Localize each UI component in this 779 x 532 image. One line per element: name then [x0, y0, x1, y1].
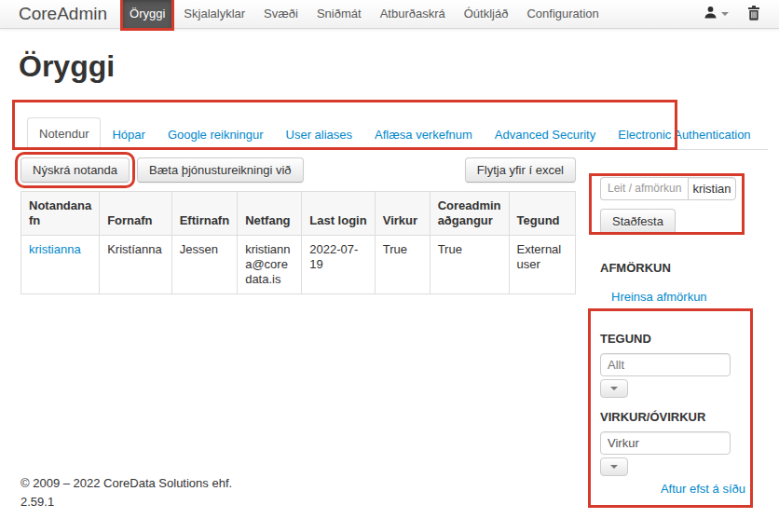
copyright-text: © 2009 – 2022 CoreData Solutions ehf.	[20, 474, 232, 493]
tab-hopar[interactable]: Hópar	[101, 119, 156, 150]
nav-item-oryggi[interactable]: Öryggi	[123, 0, 171, 28]
col-header-coreadmin-access: Coreadmin aðgangur	[430, 192, 509, 236]
users-table: Notandana fn Fornafn Eftirnafn Netfang L…	[20, 191, 576, 294]
top-navbar: CoreAdmin Öryggi Skjalalyklar Svæði Snið…	[0, 0, 779, 29]
tab-notendur[interactable]: Notendur	[27, 117, 101, 150]
col-header-lastname: Eftirnafn	[171, 192, 237, 236]
user-menu-button[interactable]	[704, 6, 729, 22]
cell-lastlogin: 2022-07-19	[302, 236, 375, 294]
table-row: kristianna Kristíanna Jessen kristianna@…	[21, 236, 576, 294]
active-dropdown-button[interactable]	[600, 457, 628, 476]
footer: © 2009 – 2022 CoreData Solutions ehf. 2.…	[20, 474, 232, 512]
navbar-menu: Öryggi Skjalalyklar Svæði Sniðmát Atburð…	[120, 0, 608, 28]
cell-type: External user	[509, 236, 575, 294]
col-header-email: Netfang	[238, 192, 302, 236]
chevron-down-icon	[721, 12, 729, 16]
active-select[interactable]: Virkur	[600, 431, 731, 455]
clear-filter-link[interactable]: Hreinsa afmörkun	[611, 290, 707, 304]
table-header-row: Notandana fn Fornafn Eftirnafn Netfang L…	[21, 192, 576, 236]
cell-lastname: Jessen	[171, 236, 237, 294]
new-user-button[interactable]: Nýskrá notanda	[20, 157, 130, 183]
search-group: Leit / afmörkun	[600, 177, 745, 200]
nav-item-outkljad[interactable]: Óútkljáð	[458, 0, 515, 28]
add-service-account-button[interactable]: Bæta þjónustureikningi við	[137, 157, 303, 183]
chevron-down-icon	[610, 465, 618, 469]
username-link[interactable]: kristianna	[29, 242, 81, 256]
coreadmin-screen: CoreAdmin Öryggi Skjalalyklar Svæði Snið…	[0, 0, 779, 532]
page-title: Öryggi	[19, 48, 115, 84]
nav-item-configuration[interactable]: Configuration	[520, 0, 605, 28]
trash-icon	[747, 6, 760, 23]
type-select[interactable]: Allt	[600, 353, 731, 376]
tab-user-aliases[interactable]: User aliases	[275, 119, 364, 150]
toolbar: Nýskrá notanda Bæta þjónustureikningi vi…	[20, 157, 576, 183]
section-tabs: Notendur Hópar Google reikningur User al…	[19, 117, 768, 150]
back-to-top-link[interactable]: Aftur efst á síðu	[600, 482, 745, 496]
nav-item-snidmat[interactable]: Sniðmát	[310, 0, 368, 28]
nav-item-atburdaskra[interactable]: Atburðaskrá	[374, 0, 452, 28]
user-icon	[704, 6, 718, 22]
filter-sidebar: Leit / afmörkun Staðfesta AFMÖRKUN Hrein…	[600, 177, 745, 496]
tab-electronic-authentication[interactable]: Electronic Authentication	[607, 119, 761, 150]
cell-active: True	[375, 236, 430, 294]
col-header-active: Virkur	[375, 192, 430, 236]
cell-coreadmin-access: True	[430, 236, 509, 294]
navbar-right-controls	[704, 0, 779, 28]
tab-advanced-security[interactable]: Advanced Security	[484, 119, 607, 150]
col-header-type: Tegund	[509, 192, 575, 236]
cell-firstname: Kristíanna	[100, 236, 172, 294]
brand-coreadmin[interactable]: CoreAdmin	[0, 0, 120, 28]
search-input[interactable]	[688, 177, 736, 200]
col-header-username: Notandana fn	[21, 192, 100, 236]
tab-aflaesa-verkefnum[interactable]: Aflæsa verkefnum	[363, 119, 484, 150]
trash-button[interactable]	[747, 6, 760, 23]
col-header-lastlogin: Last login	[302, 192, 375, 236]
chevron-down-icon	[610, 387, 618, 390]
active-heading: VIRKUR/ÓVIRKUR	[600, 410, 745, 424]
nav-item-svaedi[interactable]: Svæði	[257, 0, 305, 28]
tab-google-reikningur[interactable]: Google reikningur	[157, 119, 275, 150]
type-dropdown-button[interactable]	[600, 379, 628, 398]
main-content: Nýskrá notanda Bæta þjónustureikningi vi…	[20, 157, 576, 294]
export-excel-button[interactable]: Flytja yfir í excel	[465, 157, 576, 183]
search-addon-label: Leit / afmörkun	[600, 177, 688, 200]
version-text: 2.59.1	[20, 493, 232, 512]
confirm-button[interactable]: Staðfesta	[600, 209, 676, 234]
nav-item-skjalalyklar[interactable]: Skjalalyklar	[177, 0, 252, 28]
col-header-firstname: Fornafn	[100, 192, 172, 236]
type-heading: TEGUND	[600, 332, 745, 346]
filter-heading: AFMÖRKUN	[600, 261, 745, 275]
cell-email: kristianna@coredata.is	[238, 236, 302, 294]
